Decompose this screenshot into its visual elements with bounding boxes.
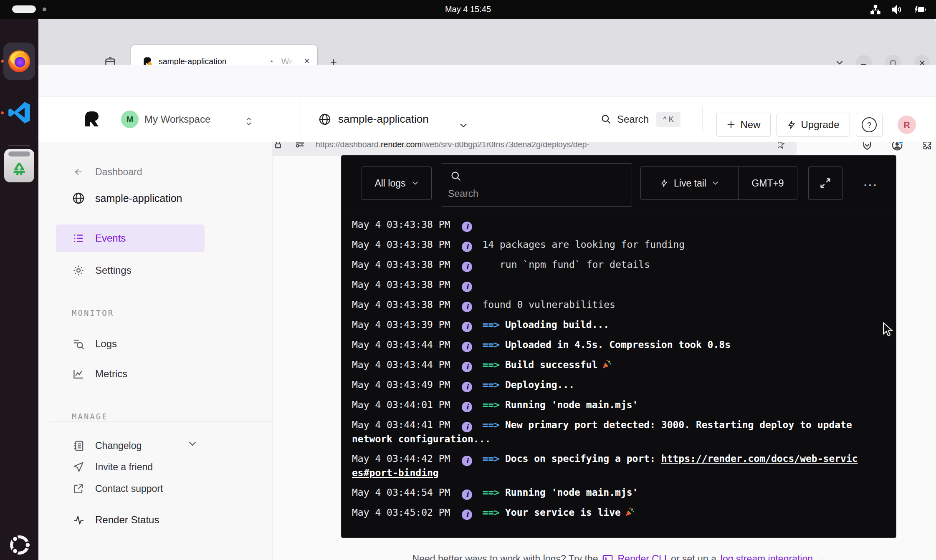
sidebar-item-logs[interactable]: Logs — [56, 331, 223, 356]
log-timestamp: May 4 03:44:42 PM — [352, 453, 450, 464]
sidebar-item-render-status[interactable]: Render Status — [56, 508, 223, 532]
log-row: May 4 03:43:38 PMifound 0 vulnerabilitie… — [352, 295, 863, 315]
log-arrow: ==> — [482, 419, 500, 430]
sidebar-item-settings[interactable]: Settings — [56, 258, 223, 283]
log-row: May 4 03:43:38 PMi run `npm fund` for de… — [352, 255, 863, 275]
log-more-menu[interactable]: … — [858, 168, 883, 197]
log-timestamp: May 4 03:43:38 PM — [352, 299, 450, 310]
metrics-label: Metrics — [95, 368, 127, 380]
log-filter-dropdown[interactable]: All logs — [362, 166, 432, 200]
render-cli-link[interactable]: Render CLI — [617, 553, 667, 560]
back-label: Dashboard — [95, 166, 142, 178]
events-list-icon — [72, 232, 85, 245]
dock-firefox-button[interactable] — [3, 43, 35, 80]
workspace-avatar: M — [121, 111, 139, 128]
service-selector[interactable]: sample-application — [338, 96, 429, 142]
ubuntu-logo-icon[interactable] — [8, 533, 32, 557]
changelog-chevron-down-icon[interactable] — [188, 441, 197, 447]
log-row: May 4 03:43:38 PMi — [352, 215, 863, 235]
sidebar-item-changelog[interactable]: Changelog — [56, 434, 223, 457]
log-row: May 4 03:45:02 PMi==>Your service is liv… — [352, 503, 863, 523]
sidebar-item-invite[interactable]: Invite a friend — [56, 456, 223, 478]
log-timestamp: May 4 03:43:49 PM — [352, 379, 450, 390]
question-icon: ? — [862, 117, 877, 132]
new-button[interactable]: New — [716, 113, 771, 137]
changelog-label: Changelog — [95, 440, 142, 452]
events-label: Events — [95, 232, 126, 244]
network-icon — [870, 4, 881, 15]
external-link-icon — [72, 482, 85, 495]
upgrade-button[interactable]: Upgrade — [777, 113, 850, 137]
invite-label: Invite a friend — [95, 462, 153, 473]
firefox-icon — [6, 48, 32, 74]
info-icon: i — [462, 322, 472, 332]
log-arrow: ==> — [482, 507, 500, 518]
contact-support-label: Contact support — [95, 483, 163, 494]
trash-lid — [8, 151, 30, 156]
info-icon: i — [462, 382, 472, 392]
log-search-icon — [450, 170, 462, 182]
header-search-button[interactable]: Search — [617, 96, 649, 142]
browser-toolbar: https://dashboard.render.com/web/srv-d0b… — [38, 65, 936, 96]
workspace-selector[interactable]: My Workspace — [144, 96, 210, 142]
logs-footer: Need better ways to work with logs? Try … — [341, 553, 896, 560]
render-logo[interactable] — [82, 109, 102, 129]
dock — [0, 19, 38, 560]
log-output[interactable]: May 4 03:43:38 PMiMay 4 03:43:38 PMi14 p… — [352, 215, 863, 523]
log-timestamp: May 4 03:43:38 PM — [352, 239, 450, 250]
party-popper-icon — [624, 507, 635, 517]
log-stream-integration-link[interactable]: log stream integration → — [721, 553, 825, 560]
timezone-button[interactable]: GMT+9 — [739, 178, 797, 189]
header-divider-3 — [702, 106, 703, 132]
user-avatar[interactable]: R — [898, 116, 916, 134]
status-pulse-icon — [72, 513, 85, 527]
log-message: Uploaded in 4.5s. Compression took 0.8s — [505, 339, 731, 350]
live-tail-label: Live tail — [674, 178, 706, 189]
live-tail-bolt-icon — [660, 178, 668, 188]
log-message: found 0 vulnerabilities — [482, 299, 615, 310]
footer-text-mid: or set up a — [671, 553, 716, 560]
info-icon: i — [462, 402, 472, 412]
log-arrow: ==> — [482, 339, 500, 350]
info-icon: i — [462, 342, 472, 352]
log-search-box[interactable] — [441, 163, 632, 207]
header-search-icon[interactable] — [600, 114, 612, 125]
info-icon: i — [462, 242, 472, 252]
screen: May 4 15:45 sample-application • We — [0, 0, 936, 560]
sidebar-service-name[interactable]: sample-application — [56, 186, 223, 211]
live-tail-group: Live tail GMT+9 — [640, 166, 797, 200]
dock-vscode-button[interactable] — [5, 97, 33, 128]
settings-label: Settings — [95, 265, 132, 276]
live-tail-button[interactable]: Live tail — [641, 178, 738, 189]
system-tray[interactable] — [870, 0, 927, 19]
gear-icon — [72, 264, 85, 277]
log-arrow: ==> — [482, 487, 500, 498]
log-row: May 4 03:43:39 PMi==>Uploading build... — [352, 315, 863, 335]
logs-search-icon — [72, 337, 85, 351]
info-icon: i — [462, 489, 472, 500]
monitor-section-label: MONITOR — [72, 308, 114, 318]
expand-logs-button[interactable] — [808, 166, 842, 200]
log-search-input[interactable] — [444, 184, 627, 204]
log-row: May 4 03:43:49 PMi==>Deploying... — [352, 375, 863, 395]
info-icon: i — [462, 282, 472, 292]
log-row: May 4 03:44:54 PMi==>Running 'node main.… — [352, 483, 863, 503]
dock-trash-button[interactable] — [4, 149, 34, 182]
sidebar-item-contact-support[interactable]: Contact support — [56, 478, 223, 499]
log-message: run `npm fund` for details — [482, 259, 650, 270]
service-chevron-down-icon[interactable] — [459, 123, 468, 129]
help-button[interactable]: ? — [856, 113, 883, 137]
header-divider-1 — [108, 96, 108, 142]
changelog-icon — [72, 439, 85, 452]
log-row: May 4 03:44:42 PMi==>Docs on specifying … — [352, 449, 863, 483]
sidebar-item-events[interactable]: Events — [56, 225, 205, 252]
logs-label: Logs — [95, 338, 117, 350]
workspace-updown-chevron-icon[interactable] — [245, 117, 252, 126]
log-timestamp: May 4 03:43:44 PM — [352, 339, 450, 350]
system-clock[interactable]: May 4 15:45 — [0, 0, 936, 19]
sidebar-item-metrics[interactable]: Metrics — [56, 361, 223, 386]
sidebar-back-dashboard[interactable]: Dashboard — [56, 159, 223, 184]
sidebar: Dashboard sample-application Events Sett… — [38, 142, 273, 560]
back-arrow-icon — [72, 165, 85, 179]
log-message: Docs on specifying a port: — [505, 453, 661, 464]
